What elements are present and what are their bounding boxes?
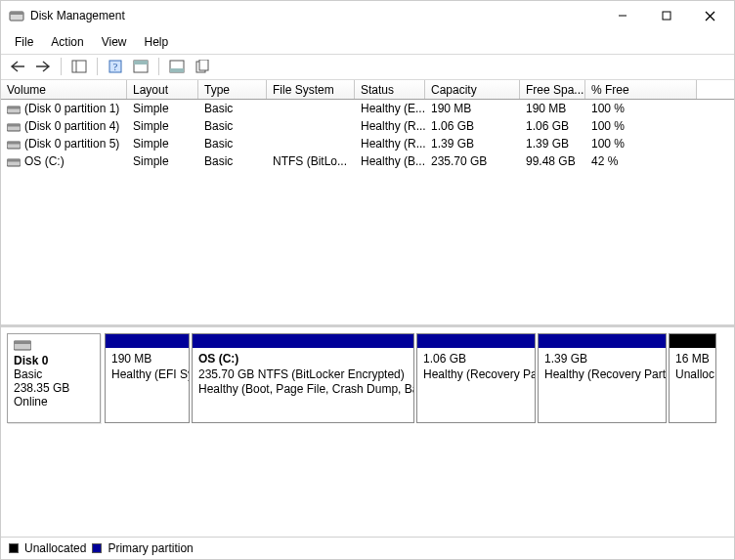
volume-fs	[267, 100, 355, 117]
settings-bottom-button[interactable]	[166, 57, 188, 76]
back-button[interactable]	[7, 57, 28, 76]
properties-button[interactable]	[192, 57, 213, 76]
disk-header[interactable]: Disk 0 Basic 238.35 GB Online	[7, 333, 101, 423]
volume-type: Basic	[198, 100, 267, 117]
show-hide-tree-button[interactable]	[68, 57, 90, 76]
empty-area	[1, 429, 734, 537]
volume-icon	[7, 104, 21, 113]
legend-label-primary: Primary partition	[108, 541, 193, 555]
volume-icon	[7, 121, 21, 131]
menu-action[interactable]: Action	[43, 33, 91, 51]
volume-name: (Disk 0 partition 1)	[24, 102, 119, 115]
col-header-volume[interactable]: Volume	[1, 80, 127, 99]
volume-row[interactable]: (Disk 0 partition 1)SimpleBasicHealthy (…	[1, 100, 734, 117]
svg-rect-19	[7, 124, 21, 127]
app-icon	[9, 8, 24, 23]
partition-unallocated[interactable]: 16 MBUnalloc	[669, 333, 716, 423]
volume-row[interactable]: (Disk 0 partition 5)SimpleBasicHealthy (…	[1, 135, 734, 152]
volume-free: 99.48 GB	[520, 152, 585, 170]
svg-rect-11	[134, 61, 148, 65]
partition-status: Healthy (Recovery Part	[544, 367, 666, 381]
partition-status: Unalloc	[675, 367, 714, 381]
partition-primary[interactable]: OS (C:)235.70 GB NTFS (BitLocker Encrypt…	[192, 333, 414, 423]
svg-rect-6	[72, 61, 86, 72]
volume-layout: Simple	[127, 117, 198, 135]
disk-name: Disk 0	[14, 354, 94, 367]
volume-pctfree: 100 %	[585, 100, 697, 117]
partition-status: Healthy (EFI Sys	[111, 367, 189, 381]
help-button[interactable]: ?	[105, 57, 126, 76]
toolbar: ?	[1, 55, 734, 80]
svg-line-4	[706, 12, 714, 21]
svg-rect-1	[10, 12, 23, 15]
close-button[interactable]	[688, 1, 732, 30]
legend-swatch-primary	[92, 543, 102, 553]
legend-swatch-unallocated	[9, 543, 19, 553]
partition-primary[interactable]: 1.39 GBHealthy (Recovery Part	[538, 333, 667, 423]
volume-free: 190 MB	[520, 100, 585, 117]
volume-layout: Simple	[127, 100, 198, 117]
volume-list-header[interactable]: Volume Layout Type File System Status Ca…	[1, 80, 734, 100]
volume-fs: NTFS (BitLo...	[267, 152, 355, 170]
partition-size: 235.70 GB NTFS (BitLocker Encrypted)	[198, 367, 405, 381]
volume-type: Basic	[198, 152, 267, 170]
toolbar-separator	[158, 58, 159, 75]
volume-fs	[267, 135, 355, 152]
volume-icon	[7, 139, 21, 149]
settings-top-button[interactable]	[130, 57, 151, 76]
partition-primary[interactable]: 190 MBHealthy (EFI Sys	[105, 333, 190, 423]
svg-rect-13	[170, 68, 184, 72]
partition-size: 1.06 GB	[423, 352, 466, 366]
title-bar: Disk Management	[1, 1, 734, 30]
volume-status: Healthy (E...	[355, 100, 425, 117]
volume-row[interactable]: OS (C:)SimpleBasicNTFS (BitLo...Healthy …	[1, 152, 734, 170]
col-header-layout[interactable]: Layout	[127, 80, 198, 99]
partition-color-bar	[193, 334, 413, 348]
volume-layout: Simple	[127, 135, 198, 152]
volume-free: 1.39 GB	[520, 135, 585, 152]
svg-rect-15	[199, 60, 208, 70]
menu-bar: File Action View Help	[1, 30, 734, 55]
volume-icon	[7, 156, 21, 166]
toolbar-separator	[61, 58, 62, 75]
volume-layout: Simple	[127, 152, 198, 170]
disk-icon	[14, 338, 31, 352]
volume-capacity: 1.06 GB	[425, 117, 520, 135]
volume-row[interactable]: (Disk 0 partition 4)SimpleBasicHealthy (…	[1, 117, 734, 135]
col-header-filesystem[interactable]: File System	[267, 80, 355, 99]
disk-state: Online	[14, 395, 94, 409]
svg-line-5	[706, 12, 714, 21]
partition-primary[interactable]: 1.06 GBHealthy (Recovery Pa	[416, 333, 536, 423]
volume-capacity: 1.39 GB	[425, 135, 520, 152]
col-header-free[interactable]: Free Spa...	[520, 80, 585, 99]
minimize-button[interactable]	[600, 1, 644, 30]
col-header-type[interactable]: Type	[198, 80, 267, 99]
menu-view[interactable]: View	[94, 33, 135, 51]
col-header-capacity[interactable]: Capacity	[425, 80, 520, 99]
volume-capacity: 190 MB	[425, 100, 520, 117]
disk-size: 238.35 GB	[14, 381, 94, 395]
legend-label-unallocated: Unallocated	[24, 541, 86, 555]
partition-size: 16 MB	[675, 352, 710, 366]
volume-name: OS (C:)	[24, 154, 65, 168]
partition-size: 1.39 GB	[544, 352, 587, 366]
partition-color-bar	[106, 334, 189, 348]
volume-name: (Disk 0 partition 5)	[24, 137, 119, 151]
partition-status: Healthy (Recovery Pa	[423, 367, 535, 381]
svg-rect-17	[7, 107, 21, 109]
maximize-button[interactable]	[644, 1, 688, 30]
svg-rect-23	[7, 159, 21, 162]
svg-rect-25	[14, 341, 31, 344]
volume-list[interactable]: Volume Layout Type File System Status Ca…	[1, 80, 734, 327]
svg-text:?: ?	[113, 62, 118, 72]
partition-color-bar	[670, 334, 715, 348]
legend-bar: Unallocated Primary partition	[1, 537, 734, 559]
menu-file[interactable]: File	[7, 33, 41, 51]
col-header-status[interactable]: Status	[355, 80, 425, 99]
col-header-pctfree[interactable]: % Free	[585, 80, 697, 99]
menu-help[interactable]: Help	[137, 33, 177, 51]
volume-type: Basic	[198, 117, 267, 135]
forward-button[interactable]	[32, 57, 54, 76]
volume-status: Healthy (R...	[355, 135, 425, 152]
volume-status: Healthy (B...	[355, 152, 425, 170]
